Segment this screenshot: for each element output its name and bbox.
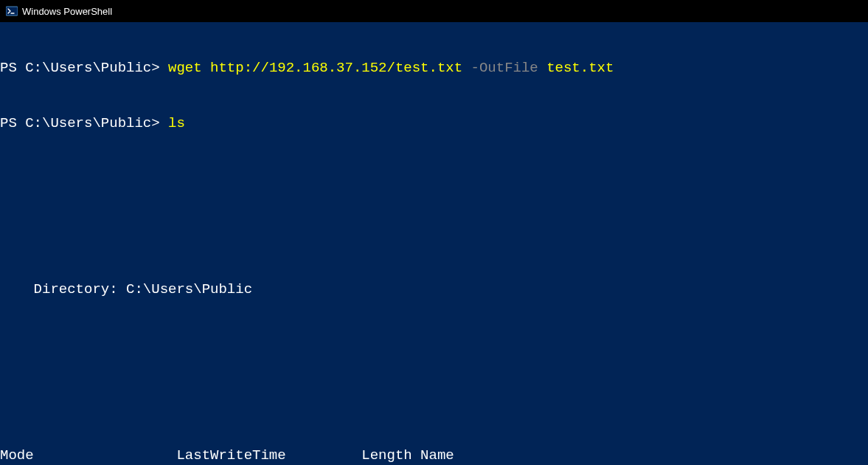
window-title: Windows PowerShell (22, 6, 112, 17)
window-titlebar[interactable]: Windows PowerShell (0, 0, 868, 22)
blank-line (0, 336, 868, 354)
ls-command: ls (168, 115, 185, 131)
prompt: PS C:\Users\Public> (0, 60, 168, 76)
command-line-1: PS C:\Users\Public> wget http://192.168.… (0, 59, 868, 78)
wget-url: http://192.168.37.152/test.txt (210, 60, 471, 76)
command-line-2: PS C:\Users\Public> ls (0, 114, 868, 133)
powershell-icon (6, 5, 18, 17)
blank-line (0, 225, 868, 244)
svg-rect-0 (6, 7, 18, 16)
blank-line (0, 391, 868, 410)
prompt: PS C:\Users\Public> (0, 115, 168, 131)
wget-command: wget (168, 60, 210, 76)
terminal-output[interactable]: PS C:\Users\Public> wget http://192.168.… (0, 22, 868, 465)
blank-line (0, 170, 868, 188)
directory-label: Directory: C:\Users\Public (0, 280, 868, 299)
listing-header: Mode LastWriteTime Length Name (0, 447, 868, 465)
wget-flag: -OutFile (471, 60, 547, 76)
wget-arg: test.txt (546, 60, 614, 76)
